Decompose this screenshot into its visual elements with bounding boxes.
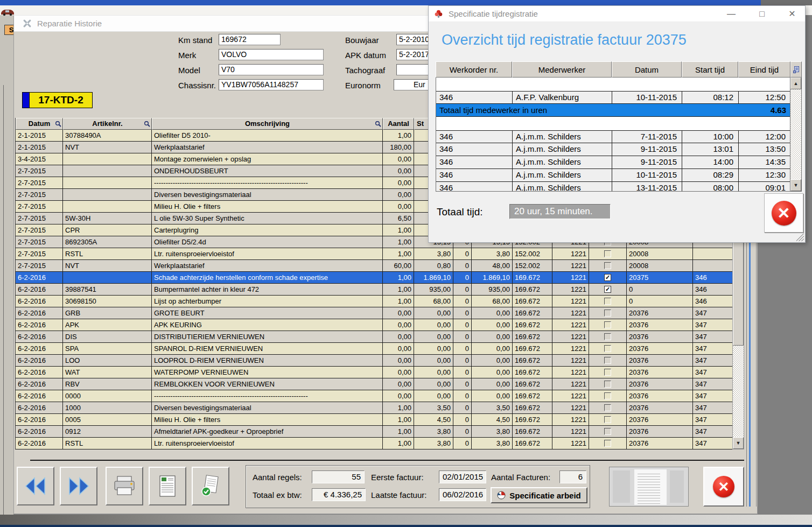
column-header[interactable]: Datum xyxy=(16,118,63,130)
time-registration-row[interactable]: 346A.j.m.m. Schilders9-11-201513:0113:50 xyxy=(436,143,791,156)
history-cell: 347 xyxy=(693,343,733,355)
field-kmstand[interactable]: 169672 xyxy=(219,34,281,45)
scroll-down-button[interactable]: ▼ xyxy=(733,437,744,449)
aantal-facturen-field[interactable]: 6 xyxy=(559,470,586,483)
row-checkbox[interactable] xyxy=(604,333,611,340)
history-row[interactable]: 6-2-20160000----------------------------… xyxy=(16,390,732,402)
row-checkbox[interactable] xyxy=(604,392,611,399)
history-row[interactable]: 6-2-20160005Milieu H. Olie + filters1,00… xyxy=(16,414,732,426)
history-row[interactable]: 2-7-2015RSTLLtr. ruitensproeiervloeistof… xyxy=(16,248,732,260)
laatste-factuur-field[interactable]: 06/02/2016 xyxy=(439,488,486,501)
time-registration-row[interactable]: 346A.j.m.m. Schilders9-11-201514:0014:35 xyxy=(436,156,791,169)
history-row[interactable]: 6-2-2016LOOLOOPROL D-RIEM VERNIEUWEN0,00… xyxy=(16,355,732,367)
close-dialog-button[interactable]: ✕ xyxy=(764,193,803,233)
field-merk[interactable]: VOLVO xyxy=(219,49,324,60)
row-checkbox-checked[interactable]: ✓ xyxy=(604,286,611,293)
column-header[interactable]: Eind tijd xyxy=(738,61,790,78)
history-row[interactable]: 6-2-2016RSTLLtr. ruitensproeiervloeistof… xyxy=(16,438,732,449)
previous-record-button[interactable] xyxy=(17,467,54,505)
row-checkbox[interactable] xyxy=(604,381,611,388)
row-checkbox[interactable] xyxy=(604,321,611,328)
row-checkbox[interactable] xyxy=(604,262,611,269)
history-row[interactable]: 6-2-201639887541Bumpermantel achter in k… xyxy=(16,284,732,296)
history-cell: ----------------------------------------… xyxy=(152,177,383,189)
specificatie-arbeid-button[interactable]: Specificatie arbeid xyxy=(491,487,587,503)
time-registration-row[interactable]: 346A.j.m.m. Schilders7-11-201510:0012:00 xyxy=(436,130,791,143)
column-header[interactable]: Werkorder nr. xyxy=(436,61,512,78)
close-dialog-titlebar-button[interactable]: ✕ xyxy=(783,6,801,22)
column-header[interactable]: Datum xyxy=(612,61,682,78)
time-registration-row[interactable]: 346A.j.m.m. Schilders10-11-201508:2912:3… xyxy=(436,169,791,182)
row-checkbox[interactable] xyxy=(604,369,611,376)
history-cell: 20008 xyxy=(627,248,693,260)
history-cell: APK xyxy=(63,319,152,331)
history-cell: APK KEURING xyxy=(152,319,383,331)
history-cell: 1221 xyxy=(552,390,589,402)
history-cell: 1221 xyxy=(552,307,589,319)
resize-grip[interactable] xyxy=(796,234,804,241)
history-cell: 6-2-2016 xyxy=(16,319,63,331)
history-cell xyxy=(693,260,733,272)
row-checkbox[interactable] xyxy=(604,250,611,257)
history-cell: 3,80 xyxy=(414,426,453,438)
history-cell: 169.672 xyxy=(513,307,552,319)
printer-icon xyxy=(113,475,136,497)
history-row[interactable]: 6-2-2016WATWATERPOMP VERNIEUWEN0,000,000… xyxy=(16,367,732,378)
history-row[interactable]: 6-2-2016RBVREMBLOKKEN VOOR VERNIEUWEN0,0… xyxy=(16,378,732,390)
print-button[interactable] xyxy=(106,467,143,505)
column-header[interactable]: Artikelnr. xyxy=(63,118,152,130)
scroll-up-button[interactable]: ▲ xyxy=(790,78,801,89)
maximize-button[interactable]: □ xyxy=(753,6,771,22)
history-cell: 20375 xyxy=(627,272,693,284)
history-row[interactable]: 6-2-20160912Afmeldtarief APK-goedkeur + … xyxy=(16,426,732,438)
row-checkbox-checked[interactable]: ✓ xyxy=(604,274,611,281)
confirm-document-button[interactable] xyxy=(192,467,229,505)
row-checkbox[interactable] xyxy=(604,440,611,447)
history-cell xyxy=(63,272,152,284)
row-checkbox[interactable] xyxy=(604,345,611,352)
close-window-button[interactable]: ✕ xyxy=(703,467,744,507)
row-checkbox[interactable] xyxy=(604,404,611,411)
field-label: Tachograaf xyxy=(345,66,385,75)
history-row[interactable]: 6-2-2016Schade achterzijde herstellen co… xyxy=(16,272,732,284)
row-checkbox[interactable] xyxy=(604,357,611,364)
history-row[interactable]: 6-2-2016APKAPK KEURING0,000,0000,00169.6… xyxy=(16,319,732,331)
dialog-table-scrollbar[interactable]: ▲ ▼ xyxy=(790,78,801,191)
column-header[interactable]: Mederwerker xyxy=(512,61,612,78)
time-registration-row[interactable]: 346A.F.P. Valkenburg10-11-201508:1212:50 xyxy=(436,91,791,104)
history-cell: 169.672 xyxy=(513,390,552,402)
row-checkbox[interactable] xyxy=(604,310,611,317)
column-header[interactable]: Omschrijving xyxy=(152,118,383,130)
time-registration-row[interactable]: 346A.j.m.m. Schilders13-11-201508:0009:0… xyxy=(436,182,791,192)
history-row[interactable]: 2-7-2015NVTWerkplaatstarief60,000,80048,… xyxy=(16,260,732,272)
minimize-button[interactable]: — xyxy=(722,6,740,22)
time-cell: 13-11-2015 xyxy=(612,182,682,192)
aantal-regels-field[interactable]: 55 xyxy=(312,470,365,483)
search-icon[interactable] xyxy=(55,121,61,127)
column-header[interactable]: Start tijd xyxy=(682,61,738,78)
totaal-ex-btw-field[interactable]: € 4.336,25 xyxy=(312,488,366,501)
history-cell: Montage zomerwielen + opslag xyxy=(152,153,383,165)
grid-options-header[interactable] xyxy=(790,61,802,78)
report-button[interactable] xyxy=(149,467,186,505)
history-row[interactable]: 6-2-201630698150Lijst op achterbumper1,0… xyxy=(16,296,732,307)
row-checkbox[interactable] xyxy=(604,416,611,423)
row-checkbox[interactable] xyxy=(604,428,611,435)
scroll-down-button[interactable]: ▼ xyxy=(790,179,801,191)
search-icon[interactable] xyxy=(144,121,150,127)
search-icon[interactable] xyxy=(375,121,381,127)
dialog-titlebar[interactable]: Specificatie tijdregistratie — □ ✕ xyxy=(429,6,805,22)
invoice-preview-button[interactable] xyxy=(609,467,689,507)
field-chassisnr[interactable]: YV1BW7056A1148257 xyxy=(219,79,324,90)
history-row[interactable]: 6-2-20161000Diversen bevestigingsmateria… xyxy=(16,402,732,414)
row-checkbox[interactable] xyxy=(604,298,611,305)
history-row[interactable]: 6-2-2016DISDISTRIBUTIERIEM VERNIEUWEN0,0… xyxy=(16,331,732,343)
history-row[interactable]: 6-2-2016GRBGROTE BEURT0,000,0000,00169.6… xyxy=(16,307,732,319)
history-cell: 0,00 xyxy=(472,307,513,319)
field-model[interactable]: V70 xyxy=(219,64,324,75)
column-header[interactable]: Aantal xyxy=(383,118,414,130)
next-record-button[interactable] xyxy=(60,467,97,505)
history-cell: 180,00 xyxy=(383,142,414,153)
eerste-factuur-field[interactable]: 02/01/2015 xyxy=(439,470,486,483)
history-row[interactable]: 6-2-2016SPASPANROL D-RIEM VERNIEUWEN0,00… xyxy=(16,343,732,355)
